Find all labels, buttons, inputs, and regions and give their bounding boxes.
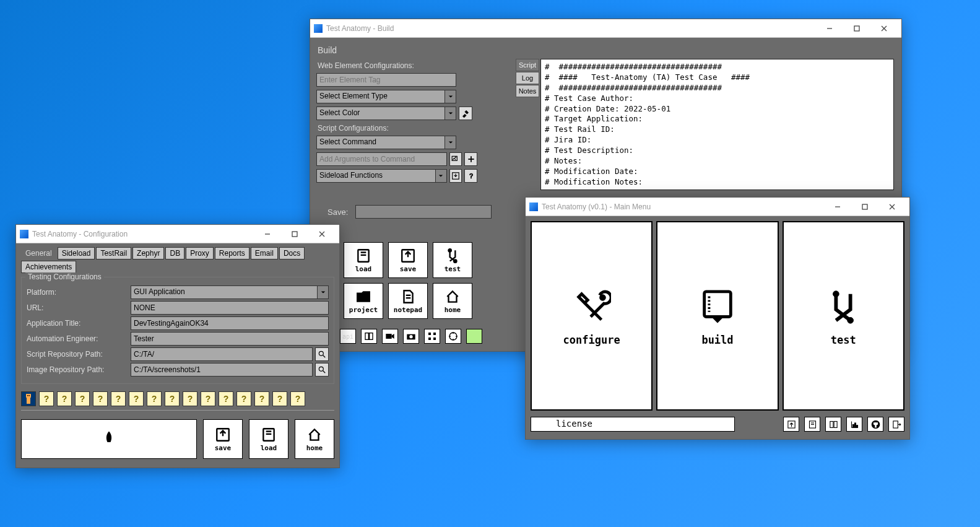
svg-point-5	[455, 157, 456, 158]
license-field[interactable]: license	[531, 417, 735, 432]
api-tool[interactable]: api	[340, 329, 356, 344]
book-icon[interactable]	[361, 329, 377, 344]
minimize-button[interactable]	[254, 225, 281, 243]
minimize-button[interactable]	[824, 198, 851, 216]
achievement-locked[interactable]: ?	[219, 391, 233, 406]
achievement-locked[interactable]: ?	[75, 391, 90, 406]
grid-icon[interactable]	[424, 329, 440, 344]
browse-image-icon[interactable]	[315, 363, 329, 377]
build-titlebar[interactable]: Test Anatomy - Build	[310, 19, 901, 38]
imagerepo-input[interactable]	[131, 363, 313, 377]
chart-icon[interactable]	[846, 417, 862, 432]
svg-point-52	[848, 317, 854, 323]
close-button[interactable]	[308, 225, 336, 243]
maximize-button[interactable]	[851, 198, 878, 216]
command-select[interactable]: Select Command	[316, 136, 456, 149]
tab-db[interactable]: DB	[165, 247, 184, 259]
sideload-select[interactable]: Sideload Functions	[316, 169, 447, 183]
config-tabs: General Sideload TestRail Zephyr DB Prox…	[21, 247, 334, 273]
help-icon[interactable]: ?	[464, 169, 477, 183]
apptitle-input[interactable]	[131, 316, 329, 330]
achievement-locked[interactable]: ?	[39, 391, 54, 406]
note-icon[interactable]	[804, 417, 820, 432]
close-button[interactable]	[878, 198, 906, 216]
svg-rect-36	[26, 394, 31, 398]
notepad-button[interactable]: notepad	[388, 283, 428, 319]
tab-zephyr[interactable]: Zephyr	[132, 247, 164, 259]
camera-video-icon[interactable]	[382, 329, 398, 344]
browse-script-icon[interactable]	[315, 347, 329, 361]
scriptrepo-input[interactable]	[131, 347, 313, 361]
config-home-button[interactable]: home	[295, 419, 334, 459]
exit-icon[interactable]	[888, 417, 904, 432]
camera-icon[interactable]	[403, 329, 419, 344]
tab-email[interactable]: Email	[251, 247, 278, 259]
maximize-button[interactable]	[281, 225, 308, 243]
home-button[interactable]: home	[433, 283, 472, 319]
config-save-button[interactable]: save	[203, 419, 243, 459]
load-button[interactable]: load	[344, 242, 383, 278]
save-input[interactable]	[355, 205, 492, 219]
achievement-locked[interactable]: ?	[236, 391, 251, 406]
element-type-select[interactable]: Select Element Type	[316, 90, 456, 103]
book-icon[interactable]	[825, 417, 841, 432]
achievement-locked[interactable]: ?	[254, 391, 269, 406]
achievement-locked[interactable]: ?	[57, 391, 72, 406]
close-button[interactable]	[870, 20, 898, 37]
script-textarea[interactable]: # ################################### # …	[540, 59, 894, 190]
engineer-input[interactable]	[131, 332, 329, 346]
achievement-locked[interactable]: ?	[147, 391, 162, 406]
upload-icon[interactable]	[783, 417, 799, 432]
config-load-button[interactable]: load	[249, 419, 288, 459]
svg-point-15	[454, 259, 456, 262]
save-button[interactable]: save	[388, 242, 428, 278]
log-tab[interactable]: Log	[516, 72, 539, 84]
tab-sideload[interactable]: Sideload	[58, 247, 95, 259]
achievement-locked[interactable]: ?	[165, 391, 180, 406]
achievement-locked[interactable]: ?	[272, 391, 287, 406]
achievement-1[interactable]	[21, 391, 36, 406]
launch-button[interactable]	[21, 419, 197, 459]
tab-general[interactable]: General	[21, 247, 56, 259]
achievement-locked[interactable]: ?	[111, 391, 126, 406]
config-titlebar[interactable]: Test Anatomy - Configuration	[16, 225, 339, 243]
achievement-locked[interactable]: ?	[129, 391, 144, 406]
tab-proxy[interactable]: Proxy	[186, 247, 214, 259]
menu-titlebar[interactable]: Test Anatomy (v0.1) - Main Menu	[526, 198, 909, 216]
tab-achievements[interactable]: Achievements	[21, 261, 76, 273]
minimize-button[interactable]	[816, 20, 843, 37]
platform-select[interactable]: GUI Application	[131, 285, 329, 299]
args-input[interactable]	[316, 152, 447, 166]
project-button[interactable]: project	[344, 283, 383, 319]
achievement-locked[interactable]: ?	[201, 391, 215, 406]
web-config-label: Web Element Configurations:	[318, 61, 476, 70]
svg-point-51	[833, 291, 839, 297]
test-button[interactable]: test	[433, 242, 472, 278]
import-icon[interactable]	[449, 169, 462, 183]
svg-rect-37	[27, 398, 30, 404]
svg-rect-19	[370, 333, 373, 340]
svg-rect-23	[428, 333, 431, 335]
eyedropper-icon[interactable]	[459, 107, 472, 120]
color-select[interactable]: Select Color	[316, 107, 456, 120]
svg-text:?: ?	[469, 172, 473, 180]
achievement-locked[interactable]: ?	[93, 391, 108, 406]
tab-docs[interactable]: Docs	[279, 247, 305, 259]
configure-card[interactable]: configure	[531, 221, 653, 411]
maximize-button[interactable]	[843, 20, 870, 37]
script-tab[interactable]: Script	[516, 59, 539, 71]
test-card[interactable]: test	[783, 221, 904, 411]
tab-testrail[interactable]: TestRail	[96, 247, 131, 259]
notes-tab[interactable]: Notes	[516, 85, 539, 97]
element-tag-input[interactable]	[316, 73, 456, 87]
achievement-locked[interactable]: ?	[290, 391, 305, 406]
plus-icon[interactable]	[464, 152, 477, 166]
test-icon	[824, 285, 862, 329]
achievement-locked[interactable]: ?	[183, 391, 197, 406]
url-input[interactable]	[131, 301, 329, 315]
build-card[interactable]: build	[656, 221, 778, 411]
github-icon[interactable]	[867, 417, 883, 432]
tab-reports[interactable]: Reports	[215, 247, 249, 259]
image-icon[interactable]	[449, 152, 462, 166]
target-icon[interactable]	[445, 329, 461, 344]
